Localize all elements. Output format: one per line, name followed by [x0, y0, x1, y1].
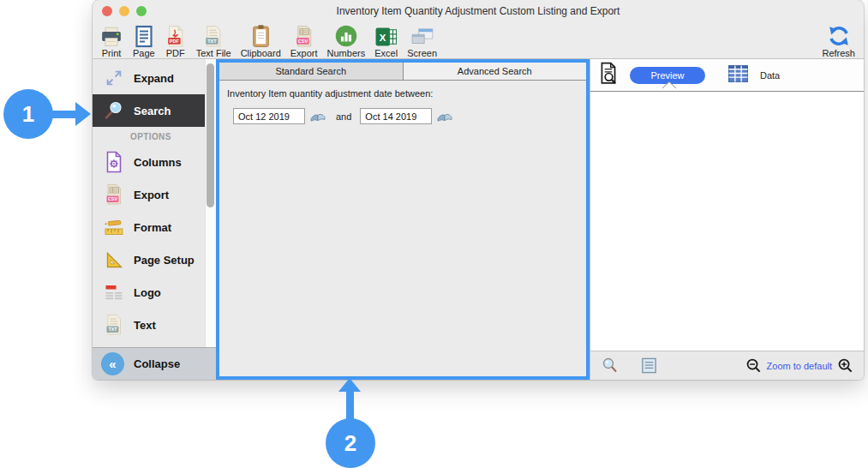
refresh-button[interactable]: Refresh: [822, 23, 855, 59]
report-note-icon[interactable]: [640, 357, 658, 375]
sidebar-item-label: Columns: [134, 156, 182, 169]
sidebar-item-label: Logo: [134, 286, 161, 299]
svg-text:PDF: PDF: [170, 39, 180, 44]
annotation-arrow-2-head: [338, 378, 361, 392]
pdf-icon: PDF: [165, 23, 187, 48]
tab-standard-search[interactable]: Standard Search: [219, 63, 404, 80]
sidebar-scrollbar-thumb[interactable]: [207, 63, 214, 207]
svg-text:TXT: TXT: [108, 327, 117, 332]
svg-text:CSV: CSV: [108, 196, 117, 201]
clipboard-icon: [250, 23, 272, 48]
printer-icon: [99, 23, 123, 48]
annotation-step-2: 2: [326, 418, 375, 468]
tool-label: Refresh: [822, 48, 855, 59]
sidebar-item-expand[interactable]: Expand: [93, 62, 205, 94]
numbers-button[interactable]: Numbers: [327, 23, 366, 59]
date-from-input[interactable]: [233, 108, 305, 124]
title-bar: Inventory Item Quantity Adjustment Custo…: [93, 0, 864, 22]
sidebar-item-logo[interactable]: Logo: [93, 276, 205, 309]
tool-label: Text File: [196, 48, 231, 59]
page-setup-icon: [101, 249, 127, 270]
logo-icon: [101, 282, 127, 303]
zoom-out-icon[interactable]: [745, 357, 762, 374]
tool-label: PDF: [166, 48, 185, 59]
svg-text:X: X: [380, 33, 386, 43]
tool-label: Numbers: [327, 48, 366, 59]
traffic-lights: [102, 6, 147, 16]
format-icon: [101, 217, 127, 237]
txt-file-icon: TXT: [202, 23, 224, 48]
excel-button[interactable]: X Excel: [374, 23, 398, 59]
data-tab-button[interactable]: Data: [727, 64, 780, 87]
sidebar-collapse-button[interactable]: « Collapse: [93, 347, 216, 380]
csv-export-icon: CSV: [293, 23, 315, 48]
svg-text:CSV: CSV: [297, 39, 308, 44]
preview-footer: Zoom to default: [590, 351, 864, 380]
window-content: Expand Search OPTIONS Columns: [93, 59, 864, 380]
search-panel: Standard Search Advanced Search Inventor…: [216, 59, 590, 380]
clipboard-button[interactable]: Clipboard: [241, 23, 281, 59]
sidebar-item-page-setup[interactable]: Page Setup: [93, 243, 205, 276]
sidebar-item-search[interactable]: Search: [93, 94, 205, 127]
pdf-button[interactable]: PDF PDF: [165, 23, 187, 59]
minimize-window-button[interactable]: [119, 6, 129, 16]
magnifier-icon[interactable]: [601, 357, 620, 375]
close-window-button[interactable]: [102, 6, 112, 16]
annotation-step-1: 1: [3, 89, 53, 139]
annotation-arrow-1-shaft: [50, 111, 77, 118]
zoom-in-icon[interactable]: [837, 357, 853, 374]
sidebar-item-label: Collapse: [134, 357, 180, 370]
sidebar-item-columns[interactable]: Columns: [93, 146, 205, 178]
print-button[interactable]: Print: [99, 23, 123, 59]
sidebar-item-text[interactable]: TXT Text: [93, 309, 205, 341]
page-button[interactable]: Page: [133, 23, 155, 59]
excel-icon: X: [374, 23, 398, 48]
zoom-to-default-link[interactable]: Zoom to default: [767, 361, 832, 371]
zoom-controls: Zoom to default: [745, 357, 853, 374]
sidebar-item-export[interactable]: CSV Export: [93, 178, 205, 211]
page-icon: [134, 23, 154, 48]
tool-label: Print: [102, 48, 122, 59]
sidebar-items: Expand Search OPTIONS Columns: [93, 59, 216, 347]
app-window: Inventory Item Quantity Adjustment Custo…: [93, 0, 864, 380]
screen-button[interactable]: Screen: [407, 23, 437, 59]
sidebar-item-label: Export: [134, 189, 169, 201]
preview-caret: [662, 76, 676, 92]
annotation-arrow-2-shaft: [346, 391, 354, 422]
search-icon: [101, 100, 127, 121]
refresh-icon: [826, 23, 852, 48]
sidebar-item-label: Page Setup: [134, 254, 195, 267]
collapse-icon: «: [101, 352, 124, 375]
numbers-icon: [334, 23, 358, 48]
date-range-row: and: [233, 108, 578, 124]
table-grid-icon: [727, 64, 749, 87]
date-to-input[interactable]: [360, 108, 432, 124]
text-file-icon: TXT: [101, 314, 127, 336]
tool-label: Page: [133, 48, 155, 59]
window-title: Inventory Item Quantity Adjustment Custo…: [337, 5, 620, 17]
date-range-prompt: Inventory Item quantity adjustment date …: [227, 88, 578, 99]
sidebar-item-label: Search: [134, 105, 171, 117]
preview-document-icon: [597, 62, 620, 88]
preview-panel: Preview Data: [590, 59, 864, 380]
zoom-window-button[interactable]: [136, 6, 147, 16]
search-tabbar: Standard Search Advanced Search: [219, 63, 586, 81]
sidebar-options-header: OPTIONS: [93, 127, 216, 146]
annotation-arrow-1-head: [75, 102, 91, 126]
sidebar-item-format[interactable]: Format: [93, 211, 205, 243]
screen-icon: [410, 23, 434, 48]
sidebar-item-label: Format: [134, 221, 171, 234]
date-range-conjunction: and: [336, 111, 351, 122]
sidebar: Expand Search OPTIONS Columns: [93, 59, 216, 380]
sidebar-item-label: Expand: [134, 72, 174, 85]
export-csv-button[interactable]: CSV Export: [290, 23, 318, 59]
expand-icon: [101, 68, 127, 88]
tool-label: Export: [290, 48, 318, 59]
svg-text:TXT: TXT: [207, 39, 217, 44]
tab-advanced-search[interactable]: Advanced Search: [404, 63, 587, 80]
tool-label: Screen: [407, 48, 437, 59]
text-file-button[interactable]: TXT Text File: [196, 23, 231, 59]
date-picker-icon[interactable]: [437, 111, 452, 122]
date-picker-icon[interactable]: [310, 111, 326, 122]
tool-label: Excel: [374, 48, 398, 59]
